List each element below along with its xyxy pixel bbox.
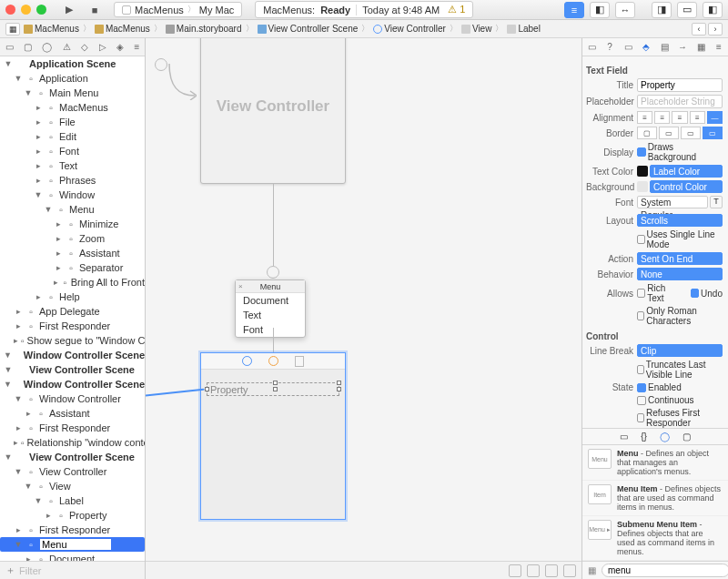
outline-row[interactable]: ▼▫Window Controller [0,391,145,406]
text-color-swatch[interactable] [637,166,648,177]
segue-circle-icon[interactable] [267,266,279,279]
canvas-pin-button[interactable] [527,564,540,577]
jb-item-4[interactable]: View Controller [373,24,446,34]
stop-button[interactable]: ■ [88,4,101,16]
find-nav-icon[interactable]: ◯ [42,42,52,52]
rich-text-checkbox[interactable] [637,289,645,298]
outline-row[interactable]: ▸▫Font [0,144,145,158]
outline-row[interactable]: ▸▫Minimize [0,217,145,231]
nav-group-icon[interactable]: ▦ [5,23,20,36]
outline-row[interactable]: ▸▫Document [0,552,145,561]
outline-row[interactable]: ▸▫Bring All to Front [0,275,145,290]
outline-row[interactable]: ▸▫First Responder [0,523,145,537]
refuses-checkbox[interactable] [637,413,644,422]
first-responder-dock-icon[interactable] [268,356,278,366]
outline-row[interactable]: ▼▫View Controller [0,464,145,479]
outline-row[interactable]: ▸▫File [0,115,145,129]
toggle-right-panel-button[interactable]: ◧ [703,2,723,18]
report-nav-icon[interactable]: ≡ [134,42,139,52]
title-input[interactable] [637,78,723,92]
file-template-lib-icon[interactable]: ▭ [620,432,628,442]
only-roman-checkbox[interactable] [637,311,644,320]
view-controller-canvas-top[interactable]: View Controller [200,38,346,184]
font-popup[interactable]: System Regular [637,196,708,208]
filter-add-icon[interactable]: ＋ [5,564,15,577]
enabled-checkbox[interactable] [637,383,646,392]
menu-popover-item[interactable]: Text [236,308,305,322]
library-search-input[interactable] [602,564,728,577]
text-color-popup[interactable]: Label Color [650,165,723,178]
jb-item-2[interactable]: Main.storyboard [166,24,242,34]
alignment-segmented[interactable]: ≡≡≡≡— [637,111,723,124]
outline-row[interactable]: ▸▫Assistant [0,246,145,260]
outline-rename-input[interactable] [39,538,112,551]
issue-nav-icon[interactable]: ⚠ [63,42,71,52]
outline-row[interactable]: ▼View Controller Scene [0,362,145,377]
library-item[interactable]: ItemMenu Item - Defines objects that are… [582,481,728,516]
outline-filter-input[interactable] [19,565,145,576]
font-picker-button[interactable]: T [710,196,723,208]
canvas-align-button[interactable] [509,564,521,577]
view-controller-canvas-selected[interactable]: Property [200,352,346,520]
bindings-inspector-icon[interactable]: ▦ [694,41,707,54]
menu-popover[interactable]: ×Menu Document Text Font [235,279,306,338]
jb-item-6[interactable]: Label [507,24,540,34]
outline-row[interactable]: ▸▫Phrases [0,173,145,188]
close-window-icon[interactable] [5,5,15,15]
outline-row[interactable]: ▼▫Label [0,493,145,508]
outline-row[interactable]: ▸▫MacMenus [0,100,145,115]
outline-row[interactable]: ▼Window Controller Scene [0,348,145,362]
media-lib-icon[interactable]: ▢ [682,432,691,442]
outline-row[interactable]: ▸▫Property [0,508,145,523]
jb-item-3[interactable]: View Controller Scene [258,24,359,34]
library-item[interactable]: Menu ▸Submenu Menu Item - Defines object… [582,516,728,561]
object-lib-icon[interactable]: ◯ [660,432,670,442]
library-view-mode-icon[interactable]: ▦ [588,565,596,575]
draws-background-checkbox[interactable] [637,147,646,157]
interface-builder-canvas[interactable]: View Controller ×Menu Document Text Font… [146,38,582,579]
code-snippet-lib-icon[interactable]: {} [641,432,647,442]
breakpoint-nav-icon[interactable]: ◈ [116,42,124,52]
close-icon[interactable]: × [238,282,243,290]
jb-item-1[interactable]: MacMenus [95,24,150,34]
jump-forward-button[interactable]: › [708,23,723,36]
canvas-resizing-button[interactable] [563,564,576,577]
outline-row[interactable]: ▼▫Window [0,188,145,202]
layout-popup[interactable]: Scrolls [637,214,723,227]
outline-row[interactable]: ▸▫Relationship "window content" to ... [0,435,145,450]
outline-row[interactable]: ▸▫Separator [0,260,145,275]
outline-row[interactable]: ▸▫Zoom [0,231,145,246]
jb-item-0[interactable]: MacMenus [24,24,79,34]
linebreak-popup[interactable]: Clip [637,344,723,357]
file-inspector-icon[interactable]: ▭ [585,41,598,54]
test-nav-icon[interactable]: ◇ [81,42,88,52]
placeholder-input[interactable] [637,95,723,108]
outline-row[interactable]: ▼▫Application [0,71,145,86]
zoom-window-icon[interactable] [36,5,46,15]
toggle-left-panel-button[interactable]: ◨ [652,2,672,18]
border-segmented[interactable]: ▢▭▭▭ [637,127,723,139]
identity-inspector-icon[interactable]: ▭ [622,41,634,54]
exit-dock-icon[interactable] [295,356,304,367]
run-button[interactable]: ▶ [63,4,76,16]
outline-row[interactable]: ▸▫Edit [0,129,145,144]
background-color-popup[interactable]: Control Color [650,180,723,193]
behavior-popup[interactable]: None [637,268,723,280]
outline-row[interactable]: ▸▫First Responder [0,421,145,435]
outline-row[interactable]: ▼▫View [0,479,145,493]
outline-row[interactable]: ▸▫App Delegate [0,304,145,319]
help-inspector-icon[interactable]: ? [603,41,616,54]
single-line-checkbox[interactable] [637,235,645,244]
effects-inspector-icon[interactable]: ≡ [713,41,725,54]
undo-checkbox[interactable] [691,289,699,298]
warning-badge[interactable]: ⚠ 1 [448,4,465,15]
menu-popover-item[interactable]: Document [236,293,305,308]
standard-editor-button[interactable]: ≡ [564,2,584,18]
jb-item-5[interactable]: View [461,24,492,34]
view-controller-dock-icon[interactable] [242,356,252,366]
outline-row[interactable]: ▼▫Main Menu [0,86,145,100]
background-color-swatch[interactable] [637,181,648,192]
label-control-on-canvas[interactable]: Property [207,382,339,396]
menu-popover-item[interactable]: Font [236,322,305,337]
scheme-selector[interactable]: MacMenus 〉 My Mac [114,2,242,17]
